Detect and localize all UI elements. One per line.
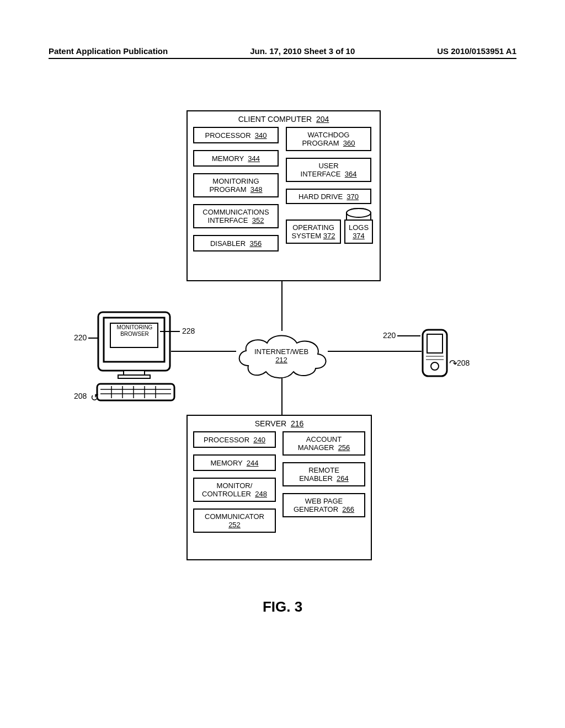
curly-208b: ↷	[449, 357, 457, 370]
server-account-manager-box: ACCOUNT MANAGER 256	[282, 431, 365, 456]
client-processor-box: PROCESSOR 340	[193, 127, 279, 143]
figure-caption: FIG. 3	[0, 598, 565, 615]
header-right: US 2010/0153951 A1	[437, 46, 516, 56]
svg-rect-16	[427, 334, 443, 353]
label-220b: 220	[383, 331, 396, 340]
server-webpage-generator-box: WEB PAGE GENERATOR 266	[282, 493, 365, 517]
server-communicator-box: COMMUNICATOR 252	[193, 508, 276, 533]
curly-208a: ↺	[90, 392, 99, 404]
client-logs-box: LOGS 374	[344, 220, 373, 244]
monitoring-browser-label: MONITORING BROWSER	[113, 324, 157, 338]
connector-cloud-phone	[328, 351, 422, 352]
client-user-interface-box: USER INTERFACE 364	[286, 158, 371, 182]
client-memory-box: MEMORY 344	[193, 150, 279, 167]
server-monitor-controller-box: MONITOR/ CONTROLLER 248	[193, 478, 276, 502]
svg-rect-5	[124, 371, 145, 375]
svg-rect-6	[118, 375, 150, 378]
client-comm-interface-box: COMMUNICATIONS INTERFACE 352	[193, 204, 279, 228]
client-os-box: OPERATING SYSTEM 372	[286, 220, 341, 244]
server-title: SERVER 216	[188, 419, 371, 428]
server-processor-box: PROCESSOR 240	[193, 431, 276, 448]
svg-point-17	[431, 362, 439, 370]
label-208a: 208	[74, 392, 87, 400]
connector-cloud-server	[281, 378, 282, 415]
page-header: Patent Application Publication Jun. 17, …	[49, 46, 516, 59]
header-left: Patent Application Publication	[49, 46, 168, 56]
mobile-phone-icon	[420, 328, 451, 382]
client-computer-title: CLIENT COMPUTER 204	[188, 115, 380, 124]
svg-point-1	[347, 208, 371, 217]
label-220a: 220	[74, 333, 87, 342]
server-remote-enabler-box: REMOTE ENABLER 264	[282, 462, 365, 486]
svg-rect-7	[97, 384, 174, 400]
client-monitoring-program-box: MONITORING PROGRAM 348	[193, 173, 279, 197]
internet-cloud: INTERNET/WEB 212	[232, 330, 331, 381]
header-center: Jun. 17, 2010 Sheet 3 of 10	[250, 46, 355, 56]
internet-label: INTERNET/WEB	[232, 347, 331, 356]
diagram: CLIENT COMPUTER 204 PROCESSOR 340 MEMORY…	[0, 99, 565, 651]
server-memory-box: MEMORY 244	[193, 454, 276, 471]
label-228: 228	[182, 326, 195, 335]
lead-220a	[88, 338, 98, 339]
client-watchdog-box: WATCHDOG PROGRAM 360	[286, 127, 371, 151]
connector-monitor-cloud	[171, 351, 236, 352]
label-208b: 208	[457, 358, 470, 367]
connector-client-cloud	[281, 281, 282, 331]
client-disabler-box: DISABLER 356	[193, 235, 279, 251]
client-hard-drive-box: HARD DRIVE 370	[286, 189, 371, 204]
internet-ref: 212	[275, 356, 287, 364]
lead-220b	[397, 335, 420, 336]
lead-228	[160, 331, 180, 332]
